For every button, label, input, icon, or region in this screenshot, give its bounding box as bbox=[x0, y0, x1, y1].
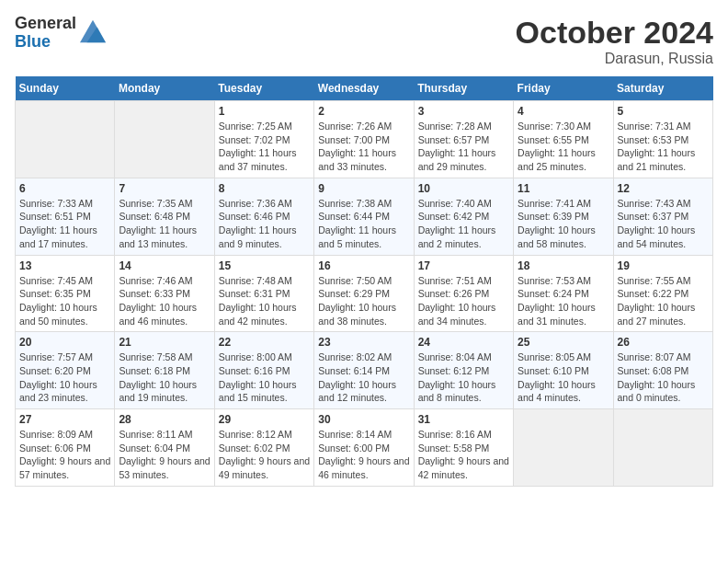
day-info: Sunrise: 8:14 AM Sunset: 6:00 PM Dayligh… bbox=[318, 428, 409, 482]
day-number: 29 bbox=[219, 413, 310, 426]
calendar-cell bbox=[613, 409, 712, 487]
day-number: 8 bbox=[219, 182, 310, 195]
calendar-week-row: 27Sunrise: 8:09 AM Sunset: 6:06 PM Dayli… bbox=[16, 409, 713, 487]
day-number: 2 bbox=[318, 105, 409, 118]
calendar-cell: 7Sunrise: 7:35 AM Sunset: 6:48 PM Daylig… bbox=[115, 178, 214, 255]
page-header: General Blue October 2024 Darasun, Russi… bbox=[15, 15, 713, 67]
day-info: Sunrise: 7:35 AM Sunset: 6:48 PM Dayligh… bbox=[119, 197, 210, 251]
day-info: Sunrise: 7:36 AM Sunset: 6:46 PM Dayligh… bbox=[219, 197, 310, 251]
day-number: 14 bbox=[119, 259, 210, 272]
calendar-cell: 4Sunrise: 7:30 AM Sunset: 6:55 PM Daylig… bbox=[514, 101, 613, 178]
calendar-cell: 16Sunrise: 7:50 AM Sunset: 6:29 PM Dayli… bbox=[314, 255, 414, 332]
calendar-cell: 1Sunrise: 7:25 AM Sunset: 7:02 PM Daylig… bbox=[214, 101, 313, 178]
calendar-cell: 17Sunrise: 7:51 AM Sunset: 6:26 PM Dayli… bbox=[414, 255, 513, 332]
day-info: Sunrise: 7:53 AM Sunset: 6:24 PM Dayligh… bbox=[518, 274, 609, 328]
day-info: Sunrise: 7:51 AM Sunset: 6:26 PM Dayligh… bbox=[418, 274, 509, 328]
calendar-table: SundayMondayTuesdayWednesdayThursdayFrid… bbox=[15, 76, 713, 487]
calendar-cell: 2Sunrise: 7:26 AM Sunset: 7:00 PM Daylig… bbox=[314, 101, 414, 178]
calendar-cell: 28Sunrise: 8:11 AM Sunset: 6:04 PM Dayli… bbox=[115, 409, 214, 487]
day-info: Sunrise: 8:04 AM Sunset: 6:12 PM Dayligh… bbox=[418, 350, 509, 405]
day-number: 22 bbox=[219, 336, 310, 349]
calendar-cell: 31Sunrise: 8:16 AM Sunset: 5:58 PM Dayli… bbox=[414, 409, 513, 487]
day-info: Sunrise: 7:33 AM Sunset: 6:51 PM Dayligh… bbox=[19, 197, 110, 251]
day-number: 27 bbox=[19, 413, 110, 426]
day-number: 5 bbox=[618, 105, 709, 118]
day-number: 3 bbox=[418, 105, 509, 118]
logo-blue-text: Blue bbox=[15, 33, 76, 52]
calendar-cell: 26Sunrise: 8:07 AM Sunset: 6:08 PM Dayli… bbox=[613, 332, 712, 409]
day-info: Sunrise: 8:16 AM Sunset: 5:58 PM Dayligh… bbox=[418, 428, 509, 482]
calendar-day-header: Tuesday bbox=[214, 76, 313, 101]
day-info: Sunrise: 7:55 AM Sunset: 6:22 PM Dayligh… bbox=[618, 274, 709, 328]
day-info: Sunrise: 8:11 AM Sunset: 6:04 PM Dayligh… bbox=[119, 428, 210, 482]
day-number: 19 bbox=[618, 259, 709, 272]
day-number: 4 bbox=[518, 105, 609, 118]
day-info: Sunrise: 7:26 AM Sunset: 7:00 PM Dayligh… bbox=[318, 120, 409, 174]
day-info: Sunrise: 7:50 AM Sunset: 6:29 PM Dayligh… bbox=[318, 274, 409, 328]
calendar-cell: 30Sunrise: 8:14 AM Sunset: 6:00 PM Dayli… bbox=[314, 409, 414, 487]
day-number: 12 bbox=[618, 182, 709, 195]
day-number: 1 bbox=[219, 105, 310, 118]
calendar-day-header: Friday bbox=[514, 76, 613, 101]
calendar-cell: 12Sunrise: 7:43 AM Sunset: 6:37 PM Dayli… bbox=[613, 178, 712, 255]
calendar-cell: 23Sunrise: 8:02 AM Sunset: 6:14 PM Dayli… bbox=[314, 332, 414, 409]
day-info: Sunrise: 7:57 AM Sunset: 6:20 PM Dayligh… bbox=[19, 350, 110, 405]
day-number: 28 bbox=[119, 413, 210, 426]
day-info: Sunrise: 8:09 AM Sunset: 6:06 PM Dayligh… bbox=[19, 428, 110, 482]
calendar-cell: 9Sunrise: 7:38 AM Sunset: 6:44 PM Daylig… bbox=[314, 178, 414, 255]
day-info: Sunrise: 8:07 AM Sunset: 6:08 PM Dayligh… bbox=[618, 350, 709, 405]
calendar-day-header: Saturday bbox=[613, 76, 712, 101]
day-info: Sunrise: 8:02 AM Sunset: 6:14 PM Dayligh… bbox=[318, 350, 409, 405]
calendar-day-header: Wednesday bbox=[314, 76, 414, 101]
calendar-cell: 27Sunrise: 8:09 AM Sunset: 6:06 PM Dayli… bbox=[16, 409, 115, 487]
day-info: Sunrise: 7:28 AM Sunset: 6:57 PM Dayligh… bbox=[418, 120, 509, 174]
day-info: Sunrise: 7:38 AM Sunset: 6:44 PM Dayligh… bbox=[318, 197, 409, 251]
logo-icon bbox=[80, 18, 106, 44]
day-info: Sunrise: 7:48 AM Sunset: 6:31 PM Dayligh… bbox=[219, 274, 310, 328]
calendar-cell: 14Sunrise: 7:46 AM Sunset: 6:33 PM Dayli… bbox=[115, 255, 214, 332]
calendar-cell: 29Sunrise: 8:12 AM Sunset: 6:02 PM Dayli… bbox=[214, 409, 313, 487]
logo: General Blue bbox=[15, 15, 106, 52]
day-number: 25 bbox=[518, 336, 609, 349]
day-number: 18 bbox=[518, 259, 609, 272]
calendar-cell: 11Sunrise: 7:41 AM Sunset: 6:39 PM Dayli… bbox=[514, 178, 613, 255]
calendar-cell: 8Sunrise: 7:36 AM Sunset: 6:46 PM Daylig… bbox=[214, 178, 313, 255]
calendar-cell: 22Sunrise: 8:00 AM Sunset: 6:16 PM Dayli… bbox=[214, 332, 313, 409]
day-number: 9 bbox=[318, 182, 409, 195]
calendar-header-row: SundayMondayTuesdayWednesdayThursdayFrid… bbox=[16, 76, 713, 101]
day-number: 31 bbox=[418, 413, 509, 426]
calendar-week-row: 13Sunrise: 7:45 AM Sunset: 6:35 PM Dayli… bbox=[16, 255, 713, 332]
calendar-cell: 24Sunrise: 8:04 AM Sunset: 6:12 PM Dayli… bbox=[414, 332, 513, 409]
calendar-day-header: Thursday bbox=[414, 76, 513, 101]
day-info: Sunrise: 7:25 AM Sunset: 7:02 PM Dayligh… bbox=[219, 120, 310, 174]
day-number: 10 bbox=[418, 182, 509, 195]
calendar-cell: 25Sunrise: 8:05 AM Sunset: 6:10 PM Dayli… bbox=[514, 332, 613, 409]
calendar-cell: 18Sunrise: 7:53 AM Sunset: 6:24 PM Dayli… bbox=[514, 255, 613, 332]
day-number: 20 bbox=[19, 336, 110, 349]
day-number: 17 bbox=[418, 259, 509, 272]
day-info: Sunrise: 8:05 AM Sunset: 6:10 PM Dayligh… bbox=[518, 350, 609, 405]
day-info: Sunrise: 7:31 AM Sunset: 6:53 PM Dayligh… bbox=[618, 120, 709, 174]
calendar-cell bbox=[115, 101, 214, 178]
day-number: 7 bbox=[119, 182, 210, 195]
day-number: 21 bbox=[119, 336, 210, 349]
day-number: 13 bbox=[19, 259, 110, 272]
calendar-cell: 13Sunrise: 7:45 AM Sunset: 6:35 PM Dayli… bbox=[16, 255, 115, 332]
day-info: Sunrise: 7:46 AM Sunset: 6:33 PM Dayligh… bbox=[119, 274, 210, 328]
day-info: Sunrise: 7:58 AM Sunset: 6:18 PM Dayligh… bbox=[119, 350, 210, 405]
calendar-cell bbox=[514, 409, 613, 487]
location: Darasun, Russia bbox=[516, 51, 713, 67]
calendar-cell: 15Sunrise: 7:48 AM Sunset: 6:31 PM Dayli… bbox=[214, 255, 313, 332]
day-number: 24 bbox=[418, 336, 509, 349]
title-section: October 2024 Darasun, Russia bbox=[516, 15, 713, 67]
calendar-week-row: 6Sunrise: 7:33 AM Sunset: 6:51 PM Daylig… bbox=[16, 178, 713, 255]
day-number: 30 bbox=[318, 413, 409, 426]
calendar-cell bbox=[16, 101, 115, 178]
calendar-week-row: 1Sunrise: 7:25 AM Sunset: 7:02 PM Daylig… bbox=[16, 101, 713, 178]
calendar-day-header: Monday bbox=[115, 76, 214, 101]
day-number: 11 bbox=[518, 182, 609, 195]
calendar-day-header: Sunday bbox=[16, 76, 115, 101]
calendar-cell: 6Sunrise: 7:33 AM Sunset: 6:51 PM Daylig… bbox=[16, 178, 115, 255]
calendar-cell: 21Sunrise: 7:58 AM Sunset: 6:18 PM Dayli… bbox=[115, 332, 214, 409]
day-info: Sunrise: 7:45 AM Sunset: 6:35 PM Dayligh… bbox=[19, 274, 110, 328]
